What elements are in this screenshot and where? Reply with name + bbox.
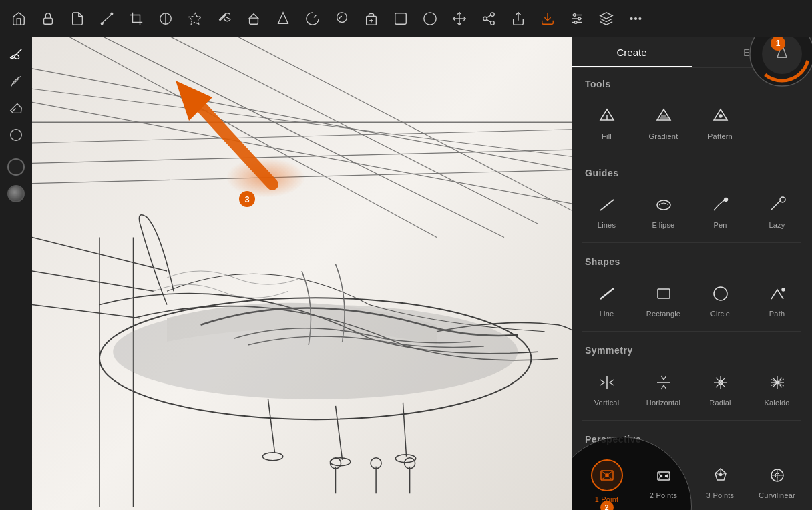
svg-point-113: [719, 474, 721, 476]
canvas-area[interactable]: 3: [32, 37, 572, 510]
circle-icon-wrap: [708, 282, 733, 306]
tool-circle[interactable]: Circle: [693, 275, 747, 323]
kaleido-icon-wrap: [765, 370, 789, 395]
svg-point-16: [491, 21, 495, 25]
tool-ellipse[interactable]: Ellipse: [636, 186, 690, 234]
svg-point-11: [424, 13, 436, 25]
rectangle-icon-wrap: [652, 282, 676, 306]
vertical-label: Vertical: [594, 399, 620, 407]
top-toolbar: [0, 0, 812, 37]
add-layer-icon[interactable]: [358, 5, 385, 32]
gradient-toolbar-icon[interactable]: [270, 5, 296, 32]
svg-point-29: [635, 18, 637, 20]
svg-rect-103: [658, 472, 670, 480]
select-icon[interactable]: [182, 5, 208, 32]
svg-point-15: [483, 17, 487, 21]
svg-rect-80: [658, 289, 670, 298]
crop-icon[interactable]: [123, 5, 150, 32]
tool-2points[interactable]: 2 Points: [636, 453, 690, 509]
tool-radial[interactable]: Radial: [693, 364, 747, 412]
eyedropper-icon[interactable]: [211, 5, 238, 32]
tool-line[interactable]: Line: [580, 275, 634, 323]
lines-label: Lines: [598, 221, 616, 229]
fill-toolbar-icon[interactable]: [240, 5, 267, 32]
tool-vertical[interactable]: Vertical: [580, 364, 634, 412]
svg-line-36: [167, 37, 538, 224]
sketch-svg: [32, 37, 572, 510]
export-icon[interactable]: [505, 5, 532, 32]
horizontal-label: Horizontal: [646, 399, 681, 407]
color-circle-icon[interactable]: [4, 155, 28, 179]
shapes-grid: Line Rectangle Circle: [572, 272, 812, 328]
svg-rect-10: [395, 13, 407, 25]
svg-line-37: [234, 37, 572, 210]
tool-1point[interactable]: 1 Point 2: [580, 453, 634, 509]
pen-curve-icon[interactable]: [93, 5, 120, 32]
radial-label: Radial: [709, 399, 731, 407]
filter-icon[interactable]: [152, 5, 179, 32]
divider-1: [582, 154, 801, 154]
path-icon-wrap: [765, 282, 789, 306]
curvilinear-label: Curvilinear: [759, 491, 795, 499]
svg-line-40: [32, 130, 572, 143]
opacity-sidebar-icon[interactable]: [4, 123, 28, 147]
rectangle-select-icon[interactable]: [387, 5, 414, 32]
color-swatch-icon[interactable]: [4, 182, 28, 206]
smear-sidebar-icon[interactable]: [4, 69, 28, 93]
ellipse-select-icon[interactable]: [417, 5, 443, 32]
svg-point-78: [780, 197, 785, 202]
divider-2: [582, 242, 801, 243]
download-icon[interactable]: [534, 5, 561, 32]
liquify-icon[interactable]: [329, 5, 355, 32]
smudge-icon[interactable]: [299, 5, 326, 32]
perspective-grid: 1 Point 2 2 Points 3 Points: [572, 450, 812, 510]
svg-line-41: [32, 150, 572, 163]
1point-icon-wrap: [591, 459, 623, 491]
lines-icon-wrap: [595, 193, 619, 217]
tool-kaleido[interactable]: Kaleido: [750, 364, 804, 412]
home-icon[interactable]: [5, 5, 32, 32]
ellipse-icon-wrap: [652, 193, 676, 217]
tool-fill[interactable]: Fill: [580, 97, 634, 146]
right-panel: Create Edit 1 Tools: [572, 37, 812, 510]
tool-horizontal[interactable]: Horizontal: [636, 364, 690, 412]
guides-grid: Lines Ellipse Pen: [572, 184, 812, 240]
tool-pattern[interactable]: Pattern: [693, 97, 747, 146]
fill-label: Fill: [602, 132, 612, 140]
panel-top: Create Edit 1: [572, 37, 812, 68]
svg-point-30: [639, 18, 641, 20]
eraser-sidebar-icon[interactable]: [4, 96, 28, 120]
2points-icon-wrap: [652, 463, 676, 487]
circle-label: Circle: [710, 310, 730, 318]
layers-icon[interactable]: [593, 5, 620, 32]
svg-line-44: [268, 399, 275, 453]
svg-line-79: [600, 288, 614, 299]
pen-label: Pen: [713, 221, 727, 229]
tool-curvilinear[interactable]: Curvilinear: [750, 453, 804, 509]
tool-path[interactable]: Path: [750, 275, 804, 323]
tab-create[interactable]: Create: [572, 37, 692, 67]
line-label: Line: [600, 310, 614, 318]
svg-point-102: [606, 474, 608, 477]
2points-label: 2 Points: [650, 491, 677, 499]
tool-gradient[interactable]: Gradient: [636, 97, 690, 146]
tool-3points[interactable]: 3 Points: [693, 453, 747, 509]
tool-pen[interactable]: Pen: [693, 186, 747, 234]
lazy-label: Lazy: [769, 221, 785, 229]
svg-line-45: [336, 406, 343, 460]
symmetry-grid: Vertical Horizontal: [572, 361, 812, 417]
lock-icon[interactable]: [35, 5, 61, 32]
tool-lines[interactable]: Lines: [580, 186, 634, 234]
main-area: 3 Create Edit 1: [0, 37, 812, 510]
tool-rectangle[interactable]: Rectangle: [636, 275, 690, 323]
tool-lazy[interactable]: Lazy: [750, 186, 804, 234]
svg-point-14: [491, 13, 495, 17]
file-icon[interactable]: [64, 5, 91, 32]
reference-icon[interactable]: [475, 5, 502, 32]
lazy-icon-wrap: [765, 193, 789, 217]
move-icon[interactable]: [446, 5, 473, 32]
brush-sidebar-icon[interactable]: [4, 43, 28, 67]
more-icon[interactable]: [622, 5, 649, 32]
left-sidebar: [0, 37, 32, 510]
adjust-icon[interactable]: [564, 5, 590, 32]
